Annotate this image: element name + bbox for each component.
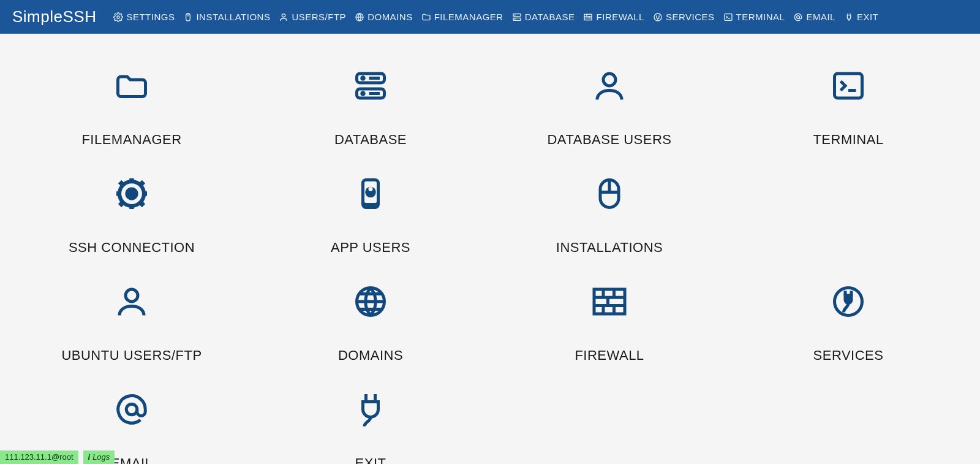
svg-rect-10 — [584, 14, 592, 20]
exit-icon — [263, 376, 478, 443]
tile-label: DOMAINS — [263, 348, 478, 363]
folder-icon — [24, 52, 239, 120]
tile-label: INSTALLATIONS — [502, 240, 717, 256]
nav-installations[interactable]: INSTALLATIONS — [183, 12, 270, 22]
at-icon — [793, 12, 803, 22]
folder-icon — [421, 12, 431, 22]
nav-users-ftp[interactable]: USERS/FTP — [279, 12, 346, 22]
nav-filemanager[interactable]: FILEMANAGER — [421, 12, 503, 22]
tile-label: SSH CONNECTION — [24, 240, 239, 256]
svg-rect-16 — [725, 13, 732, 20]
svg-point-3 — [282, 13, 285, 17]
svg-point-37 — [126, 289, 138, 302]
tile-database-users[interactable]: DATABASE USERS — [502, 46, 717, 154]
nav-label: DATABASE — [525, 12, 575, 22]
status-connection[interactable]: 111.123.11.1@root — [0, 451, 78, 464]
terminal-icon — [741, 52, 956, 120]
globe-icon — [263, 268, 478, 335]
gear-icon — [24, 160, 239, 227]
exit-icon — [844, 12, 854, 22]
tile-domains[interactable]: DOMAINS — [263, 262, 478, 370]
tile-label: SERVICES — [741, 348, 956, 363]
tile-email[interactable]: EMAIL — [24, 370, 239, 464]
tile-label: APP USERS — [263, 240, 478, 256]
tile-label: UBUNTU USERS/FTP — [24, 348, 239, 363]
status-logs-label: Logs — [92, 452, 110, 462]
tile-label: EXIT — [263, 455, 478, 464]
nav-domains[interactable]: DOMAINS — [355, 12, 413, 22]
tile-label: TERMINAL — [741, 132, 956, 148]
nav-label: TERMINAL — [736, 12, 785, 22]
tile-ssh-connection[interactable]: SSH CONNECTION — [24, 154, 239, 262]
svg-point-22 — [362, 93, 364, 95]
svg-point-0 — [117, 16, 119, 18]
svg-point-25 — [603, 74, 616, 86]
firewall-icon — [583, 12, 593, 22]
tile-grid: FILEMANAGER DATABASE DATABASE USERS TERM… — [0, 34, 980, 464]
svg-point-28 — [127, 189, 137, 199]
plug-icon — [741, 268, 956, 335]
brand-title[interactable]: SimpleSSH — [12, 7, 96, 26]
gear-icon — [113, 12, 123, 22]
mouse-icon — [183, 12, 193, 22]
app-user-icon — [263, 160, 478, 227]
user-icon — [279, 12, 288, 22]
nav-label: DOMAINS — [368, 12, 413, 22]
nav-exit[interactable]: EXIT — [844, 12, 878, 22]
tile-terminal[interactable]: TERMINAL — [741, 46, 956, 154]
tile-label: DATABASE — [263, 132, 478, 148]
plug-icon — [653, 12, 663, 22]
nav-label: USERS/FTP — [292, 12, 346, 22]
svg-point-53 — [126, 404, 137, 415]
svg-point-21 — [362, 77, 364, 80]
nav-database[interactable]: DATABASE — [512, 12, 575, 22]
firewall-icon — [502, 268, 717, 335]
globe-icon — [355, 12, 364, 22]
mouse-icon — [502, 160, 717, 227]
nav-label: INSTALLATIONS — [196, 12, 270, 22]
tile-database[interactable]: DATABASE — [263, 46, 478, 154]
status-bar: 111.123.11.1@root iLogs — [0, 451, 115, 464]
nav-label: SETTINGS — [126, 12, 175, 22]
nav-services[interactable]: SERVICES — [653, 12, 715, 22]
nav-firewall[interactable]: FIREWALL — [583, 12, 644, 22]
nav-email[interactable]: EMAIL — [793, 12, 835, 22]
user-icon — [502, 52, 717, 120]
nav-label: SERVICES — [666, 12, 715, 22]
terminal-icon — [723, 12, 733, 22]
server-icon — [512, 12, 522, 22]
svg-point-9 — [514, 19, 515, 20]
nav-label: EMAIL — [806, 12, 835, 22]
svg-point-8 — [514, 15, 515, 15]
nav-terminal[interactable]: TERMINAL — [723, 12, 785, 22]
user-icon — [24, 268, 239, 335]
info-icon: i — [88, 452, 91, 462]
at-icon — [24, 376, 239, 443]
svg-rect-26 — [835, 74, 862, 98]
status-logs[interactable]: iLogs — [83, 451, 115, 464]
tile-firewall[interactable]: FIREWALL — [502, 262, 717, 370]
navbar: SimpleSSH SETTINGS INSTALLATIONS USERS/F… — [0, 0, 980, 34]
tile-exit[interactable]: EXIT — [263, 370, 478, 464]
svg-point-33 — [369, 187, 373, 191]
nav-label: EXIT — [857, 12, 878, 22]
tile-installations[interactable]: INSTALLATIONS — [502, 154, 717, 262]
nav-settings[interactable]: SETTINGS — [113, 12, 175, 22]
tile-label: FILEMANAGER — [24, 132, 239, 148]
tile-app-users[interactable]: APP USERS — [263, 154, 478, 262]
nav-links: SETTINGS INSTALLATIONS USERS/FTP DOMAINS… — [113, 12, 878, 22]
tile-label: DATABASE USERS — [502, 132, 717, 148]
svg-point-18 — [797, 15, 800, 18]
tile-filemanager[interactable]: FILEMANAGER — [24, 46, 239, 154]
nav-label: FIREWALL — [596, 12, 644, 22]
server-icon — [263, 52, 478, 120]
tile-services[interactable]: SERVICES — [741, 262, 956, 370]
tile-ubuntu-users-ftp[interactable]: UBUNTU USERS/FTP — [24, 262, 239, 370]
nav-label: FILEMANAGER — [434, 12, 503, 22]
tile-label: FIREWALL — [502, 348, 717, 363]
